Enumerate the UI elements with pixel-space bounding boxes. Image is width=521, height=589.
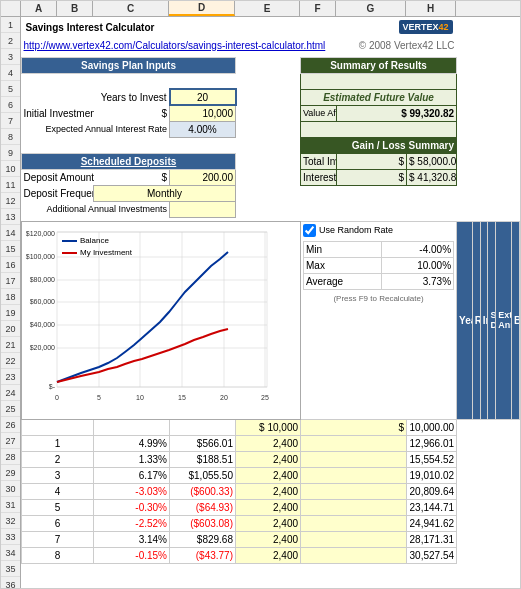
row7-balance: 28,171.31 [407, 531, 457, 547]
row-28: 28 [1, 449, 20, 465]
row-12-frequency: Deposit Frequency Monthly [22, 185, 520, 201]
row7-scheduled: 2,400 [236, 531, 301, 547]
row2-rate: 1.33% [94, 451, 170, 467]
row5-scheduled: 2,400 [236, 499, 301, 515]
use-random-rate-checkbox[interactable] [303, 224, 316, 237]
additional-annual-label: Additional Annual Investments [22, 201, 170, 217]
data-row-3: 3 6.17% $1,055.50 2,400 19,010.02 [22, 467, 520, 483]
svg-rect-29 [62, 252, 77, 254]
col-balance-header: Balance [512, 221, 520, 419]
row6-rate: -2.52% [94, 515, 170, 531]
svg-text:10: 10 [136, 394, 144, 401]
data-row-6: 6 -2.52% ($603.08) 2,400 24,941.62 [22, 515, 520, 531]
row-24: 24 [1, 385, 20, 401]
logo-area: VERTEX42 [301, 17, 457, 37]
row-2: 2 [1, 33, 20, 49]
row3-year: 3 [22, 467, 94, 483]
col-rate-header: Rate [472, 221, 480, 419]
initial-dollar-sign: $ [94, 105, 170, 121]
interest-earned-label: Interest Earned [301, 169, 337, 185]
row6-interest: ($603.08) [170, 515, 236, 531]
line-chart: $120,000 $100,000 $80,000 $60,000 $40,00… [22, 222, 282, 417]
row3-balance: 19,010.02 [407, 467, 457, 483]
row3-scheduled: 2,400 [236, 467, 301, 483]
row-10: 10 [1, 161, 20, 177]
row0-rate [94, 419, 170, 435]
total-invested-dollar: $ [337, 153, 407, 169]
svg-text:$40,000: $40,000 [30, 321, 55, 328]
min-value: -4.00% [381, 241, 453, 257]
row-21: 21 [1, 337, 20, 353]
row-30: 30 [1, 481, 20, 497]
svg-text:Balance: Balance [80, 236, 109, 245]
row-20: 20 [1, 321, 20, 337]
row6-balance: 24,941.62 [407, 515, 457, 531]
scheduled-deposits-header: Scheduled Deposits [22, 153, 236, 169]
row1-rate: 4.99% [94, 435, 170, 451]
row4-extra [301, 483, 407, 499]
row-27: 27 [1, 433, 20, 449]
deposit-amount-input[interactable]: 200.00 [170, 169, 236, 185]
row-14: 14 [1, 225, 20, 241]
vertex42-logo: VERTEX42 [399, 20, 453, 34]
row1-year: 1 [22, 435, 94, 451]
additional-annual-input[interactable] [170, 201, 236, 217]
row1-scheduled: 2,400 [236, 435, 301, 451]
row7-extra [301, 531, 407, 547]
row0-extra: $ [301, 419, 407, 435]
avg-label: Average [304, 273, 382, 289]
row-1: 1 [1, 17, 20, 33]
row6-scheduled: 2,400 [236, 515, 301, 531]
col-e: E [235, 1, 300, 16]
row-10-scheduled: Scheduled Deposits Total Invested $ $ 58… [22, 153, 520, 169]
expected-rate-input[interactable]: 4.00% [170, 121, 236, 137]
estimated-future-label: Estimated Future Value [301, 89, 457, 105]
row-25: 25 [1, 401, 20, 417]
initial-investment-input[interactable]: 10,000 [170, 105, 236, 121]
row-34: 34 [1, 545, 20, 561]
url-link[interactable]: http://www.vertex42.com/Calculators/savi… [22, 37, 337, 53]
svg-text:$80,000: $80,000 [30, 276, 55, 283]
row2-scheduled: 2,400 [236, 451, 301, 467]
years-input[interactable]: 20 [170, 89, 236, 105]
svg-text:15: 15 [178, 394, 186, 401]
row1-interest: $566.01 [170, 435, 236, 451]
row-4: 4 [1, 65, 20, 81]
row8-extra [301, 547, 407, 563]
row-7-initial: Initial Investment $ 10,000 Value After … [22, 105, 520, 121]
row-18: 18 [1, 289, 20, 305]
row-17: 17 [1, 273, 20, 289]
row0-balance: 10,000.00 [407, 419, 457, 435]
row-12: 12 [1, 193, 20, 209]
row0-scheduled: $ 10,000 [236, 419, 301, 435]
row-9-gainloss: Gain / Loss Summary [22, 137, 520, 153]
row3-rate: 6.17% [94, 467, 170, 483]
row5-rate: -0.30% [94, 499, 170, 515]
data-row-8: 8 -0.15% ($43.77) 2,400 30,527.54 [22, 547, 520, 563]
row-9: 9 [1, 145, 20, 161]
column-headers: A B C D E F G H [1, 1, 520, 17]
deposit-frequency-input[interactable]: Monthly [94, 185, 236, 201]
row8-interest: ($43.77) [170, 547, 236, 563]
row4-rate: -3.03% [94, 483, 170, 499]
svg-text:$60,000: $60,000 [30, 298, 55, 305]
row7-interest: $829.68 [170, 531, 236, 547]
col-h: H [406, 1, 456, 16]
total-invested-value: $ 58,000.00 [407, 153, 457, 169]
savings-plan-header: Savings Plan Inputs [22, 57, 236, 73]
row2-balance: 15,554.52 [407, 451, 457, 467]
app-title: Savings Interest Calculator [22, 17, 301, 37]
row-36: 36 [1, 577, 20, 588]
corner-cell [1, 1, 21, 16]
row-11-deposit: Deposit Amount $ 200.00 Interest Earned … [22, 169, 520, 185]
spreadsheet-table: Savings Interest Calculator VERTEX42 htt… [21, 17, 520, 564]
min-row: Min -4.00% [304, 241, 454, 257]
value-after-value: $ 99,320.82 [337, 105, 457, 121]
row3-interest: $1,055.50 [170, 467, 236, 483]
row-15: 15 [1, 241, 20, 257]
deposit-frequency-label: Deposit Frequency [22, 185, 94, 201]
years-label: Years to Invest [22, 89, 170, 105]
data-row-4: 4 -3.03% ($600.33) 2,400 20,809.64 [22, 483, 520, 499]
row-5: 5 [1, 81, 20, 97]
svg-text:My Investment: My Investment [80, 248, 133, 257]
